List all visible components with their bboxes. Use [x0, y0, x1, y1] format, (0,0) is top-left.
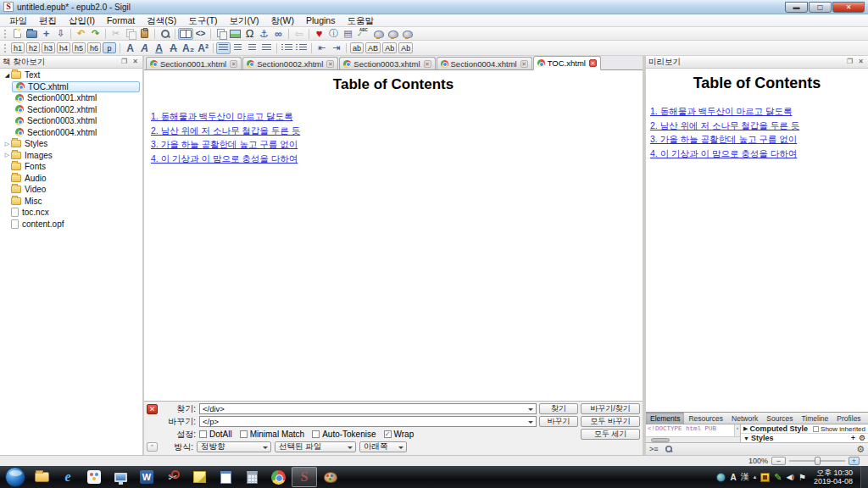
- search-mode-select[interactable]: 정방향: [197, 441, 271, 452]
- tray-app-icon[interactable]: [760, 473, 770, 482]
- network-icon[interactable]: [716, 473, 726, 482]
- code-view-button[interactable]: <>: [193, 28, 208, 40]
- outdent-button[interactable]: ⇤: [314, 42, 329, 54]
- combo-arrow-icon[interactable]: [528, 421, 533, 426]
- toc-link-1[interactable]: 1. 동해물과 백두산이 마르고 닳도록: [151, 111, 292, 123]
- strikethrough-button[interactable]: A: [166, 42, 181, 54]
- tree-file-section0001[interactable]: Section0001.xhtml: [0, 92, 142, 104]
- zoom-slider[interactable]: [789, 460, 845, 462]
- numbered-list-button[interactable]: [294, 42, 309, 54]
- minimal-match-checkbox[interactable]: Minimal Match: [240, 430, 304, 439]
- heading2-button[interactable]: h2: [26, 42, 40, 53]
- combo-arrow-icon[interactable]: [528, 408, 533, 413]
- volume-icon[interactable]: ◀: [786, 473, 794, 481]
- titlecase-button[interactable]: Ab: [382, 42, 397, 53]
- start-button[interactable]: [5, 467, 25, 487]
- replace-all-button[interactable]: 모두 바꾸기: [581, 416, 640, 427]
- align-left-button[interactable]: [216, 42, 231, 54]
- minimize-button[interactable]: ▬: [785, 2, 808, 13]
- menu-plugins[interactable]: Plugins: [300, 14, 341, 27]
- toolbar-grip[interactable]: [4, 44, 8, 53]
- menu-help[interactable]: 도움말: [341, 14, 380, 27]
- tree-file-toc[interactable]: TOC.xhtml: [12, 81, 140, 93]
- zoom-slider-thumb[interactable]: [815, 457, 821, 465]
- computed-style-row[interactable]: ▶ Computed Style Show inherited: [741, 424, 868, 434]
- find-close-button[interactable]: ✕: [147, 404, 158, 414]
- taskbar-app-circles[interactable]: [81, 467, 107, 487]
- new-file-button[interactable]: [10, 28, 25, 40]
- taskbar-calculator[interactable]: [239, 467, 264, 487]
- tab-toc[interactable]: TOC.xhtml ✕: [533, 56, 601, 70]
- heading4-button[interactable]: h4: [57, 42, 70, 53]
- menu-search[interactable]: 검색(S): [141, 14, 182, 27]
- tree-folder-misc[interactable]: Misc: [0, 196, 142, 208]
- tab-section0003[interactable]: Section0003.xhtml ✕: [339, 57, 435, 69]
- float-panel-icon[interactable]: ❐: [120, 58, 129, 66]
- scrollbar-thumb[interactable]: [651, 438, 670, 442]
- save-button[interactable]: ⇩: [53, 28, 68, 40]
- tree-folder-images[interactable]: ▷ Images: [0, 150, 142, 162]
- tree-file-section0004[interactable]: Section0004.xhtml: [0, 127, 142, 139]
- tab-close-icon[interactable]: ✕: [326, 60, 334, 68]
- superscript-button[interactable]: A²: [196, 42, 210, 54]
- auto-tokenise-checkbox[interactable]: Auto-Tokenise: [312, 430, 376, 439]
- copy-button[interactable]: [123, 28, 137, 40]
- taskbar-explorer[interactable]: [29, 467, 54, 487]
- align-right-button[interactable]: [245, 42, 259, 54]
- show-inherited-checkbox[interactable]: [813, 426, 819, 432]
- menu-format[interactable]: Format: [101, 14, 141, 27]
- search-direction-select[interactable]: 아래쪽: [359, 441, 407, 452]
- taskbar-paint[interactable]: [318, 467, 343, 487]
- insert-image-button[interactable]: [228, 28, 242, 40]
- action-center-icon[interactable]: ⚑: [798, 473, 806, 482]
- menu-insert[interactable]: 삽입(I): [63, 14, 101, 27]
- console-icon[interactable]: >≡: [649, 445, 659, 453]
- menu-view[interactable]: 보기(V): [224, 14, 265, 27]
- close-panel-icon[interactable]: ✕: [856, 58, 865, 66]
- plugin3-button[interactable]: [401, 28, 415, 40]
- collapse-right-icon[interactable]: ▶: [743, 425, 748, 432]
- tab-close-icon[interactable]: ✕: [589, 59, 597, 67]
- capitalize-button[interactable]: Ab: [398, 42, 413, 53]
- add-style-icon[interactable]: +: [851, 434, 855, 442]
- find-button[interactable]: 찾기: [539, 403, 578, 414]
- tree-folder-text[interactable]: ◢ Text: [0, 69, 142, 81]
- ime-language-icon[interactable]: A: [730, 473, 736, 482]
- book-view-button[interactable]: [178, 28, 193, 40]
- find-button[interactable]: [158, 28, 172, 40]
- align-center-button[interactable]: [231, 42, 245, 54]
- donate-button[interactable]: ♥: [312, 28, 326, 40]
- tab-close-icon[interactable]: ✕: [424, 60, 431, 68]
- tree-folder-styles[interactable]: ▷ Styles: [0, 138, 142, 150]
- taskbar-word[interactable]: W: [134, 467, 159, 487]
- toc-editor-button[interactable]: ▤: [341, 28, 355, 40]
- back-button[interactable]: ⇦: [292, 28, 306, 40]
- bullet-list-button[interactable]: [280, 42, 294, 54]
- heading5-button[interactable]: h5: [72, 42, 86, 53]
- inspector-tab-sources[interactable]: Sources: [762, 413, 797, 424]
- cut-button[interactable]: ✂: [108, 28, 123, 40]
- plugin2-button[interactable]: [387, 28, 401, 40]
- redo-button[interactable]: ↷: [88, 28, 103, 40]
- tree-file-section0002[interactable]: Section0002.xhtml: [0, 104, 142, 116]
- pen-icon[interactable]: ✎: [774, 472, 782, 483]
- heading6-button[interactable]: h6: [87, 42, 101, 53]
- paste-button[interactable]: [137, 28, 152, 40]
- taskbar-sticky-notes[interactable]: [186, 467, 212, 487]
- style-gear-icon[interactable]: ⚙: [859, 434, 865, 442]
- show-desktop-button[interactable]: [860, 466, 868, 488]
- add-existing-button[interactable]: +: [39, 28, 53, 40]
- paragraph-button[interactable]: p: [103, 42, 116, 53]
- dom-tree-pane[interactable]: <!DOCTYPE html PUB ▴: [646, 424, 741, 442]
- inspector-search-icon[interactable]: [665, 445, 673, 453]
- indent-button[interactable]: ⇥: [329, 42, 343, 54]
- expander-icon[interactable]: ▷: [3, 141, 11, 147]
- book-view-editor[interactable]: Table of Contents 1. 동해물과 백두산이 마르고 닳도록 2…: [144, 70, 643, 401]
- inspector-tab-resources[interactable]: Resources: [684, 413, 727, 424]
- wrap-checkbox[interactable]: ✓Wrap: [384, 430, 415, 439]
- collapse-down-icon[interactable]: ▼: [743, 435, 749, 441]
- plugin1-button[interactable]: [372, 28, 387, 40]
- taskbar-internet-explorer[interactable]: e: [55, 467, 81, 487]
- maximize-button[interactable]: ▢: [809, 2, 832, 13]
- tree-file-section0003[interactable]: Section0003.xhtml: [0, 115, 142, 127]
